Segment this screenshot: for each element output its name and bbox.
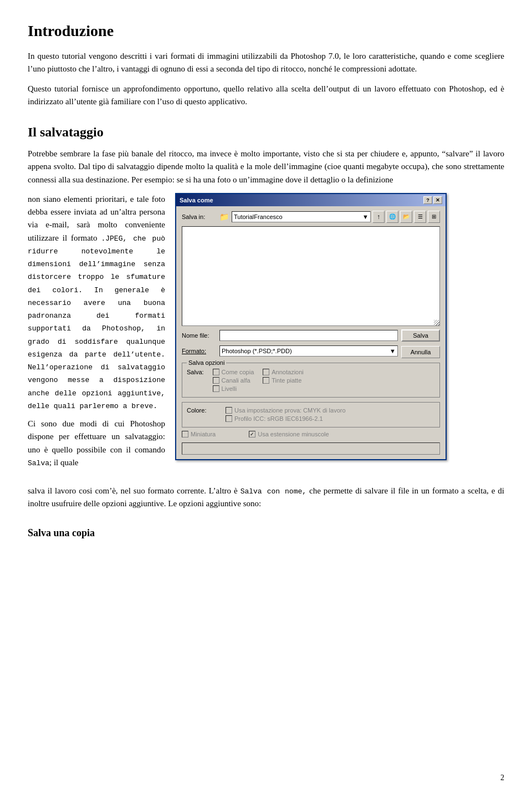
- cb-miniatura-label: Miniatura: [191, 431, 216, 437]
- titlebar-buttons: ? ✕: [423, 196, 442, 204]
- file-name-label: Nome file:: [182, 332, 216, 339]
- cb-cmyk: Usa impostazione prova: CMYK di lavoro: [226, 407, 346, 414]
- cb-livelli: Livelli: [213, 385, 254, 392]
- left-column: non siano elementi prioritari, e tale fo…: [28, 193, 165, 475]
- cb-tinte-piatte-box[interactable]: [263, 377, 269, 384]
- combo-arrow: ▼: [362, 213, 369, 220]
- bottom-text-section: salva il lavoro cosi com’è, nel suo form…: [28, 485, 504, 511]
- file-name-row: Nome file: Salva: [182, 329, 440, 342]
- cb-annotazioni-box[interactable]: [263, 369, 269, 375]
- two-col-layout: non siano elementi prioritari, e tale fo…: [28, 193, 504, 475]
- cb-miniatura: Miniatura: [182, 431, 216, 437]
- cb-canali-alfa-label: Canali alfa: [222, 377, 250, 384]
- colore-group: Colore: Usa impostazione prova: CMYK di …: [182, 402, 440, 428]
- left-para2: Ci sono due modi di cui Photoshop dispon…: [28, 418, 165, 469]
- bottom-para1: salva il lavoro cosi com’è, nel suo form…: [28, 485, 504, 511]
- bottom-checkboxes: Miniatura Usa estensione minuscole: [182, 431, 440, 439]
- colore-label: Colore:: [187, 407, 221, 414]
- cb-cmyk-box[interactable]: [226, 407, 232, 414]
- cb-come-copia-label: Come copia: [222, 369, 254, 375]
- dialog-titlebar: Salva come ? ✕: [176, 194, 446, 206]
- new-folder-button[interactable]: 📂: [400, 211, 412, 223]
- dialog-title: Salva come: [180, 197, 213, 203]
- section1-title: Il salvataggio: [28, 125, 504, 140]
- section-bottom: Salva una copia: [28, 527, 504, 539]
- cb-estensione-box[interactable]: [249, 431, 255, 437]
- save-dialog: Salva come ? ✕ Salva in: 📁 TutorialFranc…: [175, 193, 447, 460]
- cb-miniatura-box[interactable]: [182, 431, 188, 437]
- cb-canali-alfa: Canali alfa: [213, 377, 254, 384]
- right-column: Salva come ? ✕ Salva in: 📁 TutorialFranc…: [175, 193, 504, 460]
- save-button[interactable]: Salva: [401, 329, 440, 342]
- page-title: Introduzione: [28, 22, 504, 40]
- cb-come-copia-box[interactable]: [213, 369, 219, 375]
- folder-icon: 📁: [219, 212, 229, 221]
- cb-estensione: Usa estensione minuscole: [249, 431, 329, 437]
- save-in-row: Salva in: 📁 TutorialFrancesco ▼ ↑ 🌐 📂 ☰: [182, 211, 440, 223]
- save-options-group: Salva opzioni Salva: Come copia: [182, 363, 440, 398]
- format-label: Formato:: [182, 348, 216, 354]
- format-combo[interactable]: Photoshop (*.PSD;*.PDD) ▼: [219, 345, 398, 357]
- intro-para1: In questo tutorial vengono descritti i v…: [28, 50, 504, 76]
- view-list-button[interactable]: ☰: [414, 211, 426, 223]
- bottom-input-bar: [182, 442, 440, 455]
- intro-para2: Questo tutorial fornisce un approfondime…: [28, 83, 504, 109]
- salva-copia-title: Salva una copia: [28, 527, 504, 539]
- salva-label-area: Salva:: [187, 369, 204, 394]
- save-in-value[interactable]: TutorialFrancesco ▼: [232, 211, 371, 222]
- cb-profilo-icc-box[interactable]: [226, 415, 232, 422]
- cb-tinte-piatte: Tinte piatte: [263, 377, 304, 384]
- view-details-button[interactable]: ⊞: [428, 211, 440, 223]
- file-browse-area[interactable]: [182, 226, 440, 326]
- cb-tinte-piatte-label: Tinte piatte: [272, 377, 301, 384]
- left-para1: non siano elementi prioritari, e tale fo…: [28, 193, 165, 412]
- checkboxes-left: Come copia Canali alfa Livelli: [213, 369, 254, 394]
- cb-profilo-icc: Profilo ICC: sRGB IEC61966-2.1: [226, 415, 346, 422]
- format-row: Formato: Photoshop (*.PSD;*.PDD) ▼ Annul…: [182, 344, 440, 358]
- cb-come-copia: Come copia: [213, 369, 254, 375]
- format-combo-arrow: ▼: [390, 348, 396, 354]
- dialog-body: Salva in: 📁 TutorialFrancesco ▼ ↑ 🌐 📂 ☰: [176, 206, 446, 459]
- salva-label: Salva:: [187, 369, 204, 375]
- cb-annotazioni-label: Annotazioni: [272, 369, 304, 375]
- up-folder-button[interactable]: ↑: [372, 211, 385, 223]
- salva-command: Salva: [28, 459, 49, 467]
- cb-canali-alfa-box[interactable]: [213, 377, 219, 384]
- save-in-combo: 📁 TutorialFrancesco ▼ ↑ 🌐 📂 ☰ ⊞: [219, 211, 440, 223]
- cb-profilo-icc-label: Profilo ICC: sRGB IEC61966-2.1: [234, 415, 323, 422]
- cb-estensione-label: Usa estensione minuscole: [258, 431, 329, 437]
- cb-annotazioni: Annotazioni: [263, 369, 304, 375]
- page-number: 2: [500, 773, 504, 782]
- web-folder-button[interactable]: 🌐: [386, 211, 398, 223]
- section1-para1: Potrebbe sembrare la fase più banale del…: [28, 147, 504, 186]
- help-button[interactable]: ?: [423, 196, 432, 204]
- checkboxes-right: Annotazioni Tinte piatte: [263, 369, 304, 394]
- cb-livelli-box[interactable]: [213, 385, 219, 392]
- save-options-title: Salva opzioni: [187, 359, 226, 366]
- salva-con-nome-code: Salva con nome,: [241, 487, 306, 496]
- cb-livelli-label: Livelli: [222, 385, 237, 392]
- resize-handle: [434, 320, 439, 325]
- close-button[interactable]: ✕: [433, 196, 442, 204]
- color-checkboxes: Usa impostazione prova: CMYK di lavoro P…: [226, 407, 346, 424]
- save-in-label: Salva in:: [182, 213, 216, 220]
- format-code: .JPEG, che può ridurre notevolmente le d…: [28, 235, 165, 410]
- cancel-button[interactable]: Annulla: [401, 346, 440, 358]
- cb-cmyk-label: Usa impostazione prova: CMYK di lavoro: [234, 407, 346, 414]
- file-name-input[interactable]: [219, 330, 398, 341]
